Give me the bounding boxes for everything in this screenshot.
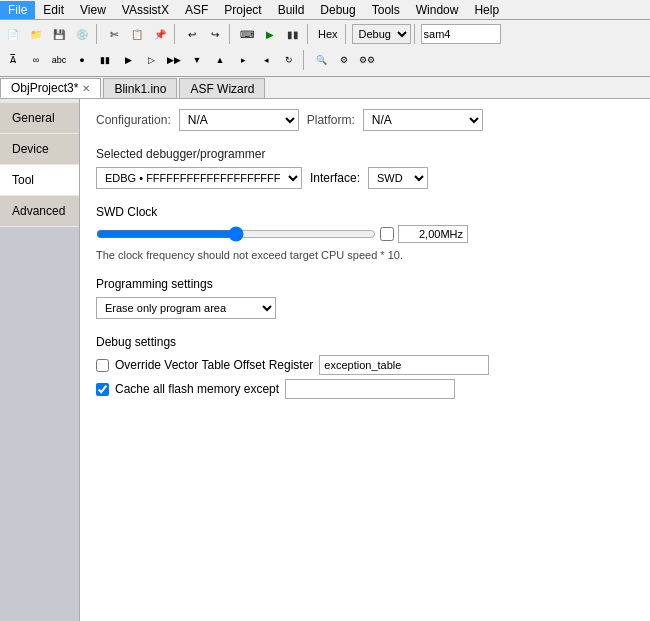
- programming-dropdown-wrapper: Erase only program area: [96, 297, 634, 335]
- tab-blink-label: Blink1.ino: [114, 82, 166, 96]
- cache-flash-checkbox[interactable]: [96, 383, 109, 396]
- tab-objproject-close[interactable]: ✕: [82, 83, 90, 94]
- toolbar-btn-g[interactable]: ▷: [140, 49, 162, 71]
- programming-settings-select[interactable]: Erase only program area: [96, 297, 276, 319]
- sidebar-item-advanced[interactable]: Advanced: [0, 196, 79, 226]
- sidebar-item-general[interactable]: General: [0, 103, 79, 133]
- swd-clock-value: 2,00MHz: [398, 225, 468, 243]
- menu-edit[interactable]: Edit: [35, 1, 72, 19]
- toolbar-separator-5: [345, 24, 349, 44]
- toolbar-btn-m[interactable]: ↻: [278, 49, 300, 71]
- swd-clock-checkbox[interactable]: [380, 227, 394, 241]
- new-button[interactable]: 📄: [2, 23, 24, 45]
- menu-help[interactable]: Help: [466, 1, 507, 19]
- configuration-label: Configuration:: [96, 113, 171, 127]
- menu-window[interactable]: Window: [408, 1, 467, 19]
- tab-asf-wizard[interactable]: ASF Wizard: [179, 78, 265, 98]
- save-button[interactable]: 💾: [48, 23, 70, 45]
- interface-select[interactable]: SWD: [368, 167, 428, 189]
- debugger-select[interactable]: EDBG • FFFFFFFFFFFFFFFFFFFF: [96, 167, 302, 189]
- debugger-row: EDBG • FFFFFFFFFFFFFFFFFFFF Interface: S…: [96, 167, 634, 189]
- toolbar-btn-e[interactable]: ▮▮: [94, 49, 116, 71]
- toolbar-btn-d[interactable]: ●: [71, 49, 93, 71]
- paste-button[interactable]: 📌: [149, 23, 171, 45]
- swd-clock-slider[interactable]: [96, 226, 376, 242]
- toolbar-btn-p[interactable]: ⚙⚙: [356, 49, 378, 71]
- toolbar-btn-n[interactable]: 🔍: [310, 49, 332, 71]
- cut-button[interactable]: ✄: [103, 23, 125, 45]
- platform-label: Platform:: [307, 113, 355, 127]
- swd-note: The clock frequency should not exceed ta…: [96, 249, 634, 261]
- debugger-section-label: Selected debugger/programmer: [96, 147, 634, 161]
- toolbar-separator-3: [229, 24, 233, 44]
- tab-objproject-label: ObjProject3*: [11, 81, 78, 95]
- toolbar-btn-b[interactable]: ∞: [25, 49, 47, 71]
- debug-config-combo[interactable]: Debug: [352, 24, 411, 44]
- toolbar-separator-1: [96, 24, 100, 44]
- toolbar-btn-i[interactable]: ▼: [186, 49, 208, 71]
- interface-label: Interface:: [310, 171, 360, 185]
- copy-button[interactable]: 📋: [126, 23, 148, 45]
- menubar: File Edit View VAssistX ASF Project Buil…: [0, 0, 650, 20]
- toolbar-separator-2: [174, 24, 178, 44]
- debug-settings-label: Debug settings: [96, 335, 634, 349]
- toolbar-separator-4: [307, 24, 311, 44]
- override-vector-input[interactable]: [319, 355, 489, 375]
- menu-project[interactable]: Project: [216, 1, 269, 19]
- menu-vassistx[interactable]: VAssistX: [114, 1, 177, 19]
- cache-flash-label: Cache all flash memory except: [115, 382, 279, 396]
- toolbar-area: 📄 📁 💾 💿 ✄ 📋 📌 ↩ ↪ ⌨ ▶ ▮▮ Hex Debug A̅ ∞ …: [0, 20, 650, 77]
- toolbar-btn-a[interactable]: A̅: [2, 49, 24, 71]
- toolbar-btn-k[interactable]: ▸: [232, 49, 254, 71]
- toolbar-btn-f[interactable]: ▶: [117, 49, 139, 71]
- undo-button[interactable]: ↩: [181, 23, 203, 45]
- sidebar-spacer: [0, 227, 79, 621]
- sidebar-item-device[interactable]: Device: [0, 134, 79, 164]
- debug-row-1: Cache all flash memory except: [96, 379, 634, 399]
- toolbar-separator-6: [414, 24, 418, 44]
- toolbar-btn-o[interactable]: ⚙: [333, 49, 355, 71]
- build-button[interactable]: ⌨: [236, 23, 258, 45]
- menu-file[interactable]: File: [0, 1, 35, 19]
- open-button[interactable]: 📁: [25, 23, 47, 45]
- hex-label: Hex: [314, 28, 342, 40]
- search-toolbar-input[interactable]: [421, 24, 501, 44]
- programming-settings-label: Programming settings: [96, 277, 634, 291]
- configuration-select[interactable]: N/A: [179, 109, 299, 131]
- cache-flash-input[interactable]: [285, 379, 455, 399]
- menu-debug[interactable]: Debug: [312, 1, 363, 19]
- debug-row-0: Override Vector Table Offset Register: [96, 355, 634, 375]
- tabbar: ObjProject3* ✕ Blink1.ino ASF Wizard: [0, 77, 650, 99]
- swd-clock-row: 2,00MHz: [96, 225, 634, 243]
- redo-button[interactable]: ↪: [204, 23, 226, 45]
- platform-select[interactable]: N/A: [363, 109, 483, 131]
- start-debug-button[interactable]: ▶: [259, 23, 281, 45]
- content-panel: Configuration: N/A Platform: N/A Selecte…: [80, 99, 650, 621]
- toolbar-btn-c[interactable]: abc: [48, 49, 70, 71]
- config-row: Configuration: N/A Platform: N/A: [96, 109, 634, 131]
- sidebar-item-tool[interactable]: Tool: [0, 165, 79, 195]
- toolbar-btn-h[interactable]: ▶▶: [163, 49, 185, 71]
- toolbar-btn-l[interactable]: ◂: [255, 49, 277, 71]
- main-area: General Device Tool Advanced Configurati…: [0, 99, 650, 621]
- tab-objproject[interactable]: ObjProject3* ✕: [0, 78, 101, 98]
- toolbar-btn-j[interactable]: ▲: [209, 49, 231, 71]
- tab-blink[interactable]: Blink1.ino: [103, 78, 177, 98]
- override-vector-label: Override Vector Table Offset Register: [115, 358, 313, 372]
- menu-tools[interactable]: Tools: [364, 1, 408, 19]
- stop-button[interactable]: ▮▮: [282, 23, 304, 45]
- menu-view[interactable]: View: [72, 1, 114, 19]
- menu-asf[interactable]: ASF: [177, 1, 216, 19]
- toolbar-row-2: A̅ ∞ abc ● ▮▮ ▶ ▷ ▶▶ ▼ ▲ ▸ ◂ ↻ 🔍 ⚙ ⚙⚙: [2, 46, 648, 74]
- toolbar-sep-row2: [303, 50, 307, 70]
- override-vector-checkbox[interactable]: [96, 359, 109, 372]
- sidebar: General Device Tool Advanced: [0, 99, 80, 621]
- swd-clock-label: SWD Clock: [96, 205, 634, 219]
- menu-build[interactable]: Build: [270, 1, 313, 19]
- toolbar-row-1: 📄 📁 💾 💿 ✄ 📋 📌 ↩ ↪ ⌨ ▶ ▮▮ Hex Debug: [2, 22, 648, 46]
- tab-asf-wizard-label: ASF Wizard: [190, 82, 254, 96]
- save-all-button[interactable]: 💿: [71, 23, 93, 45]
